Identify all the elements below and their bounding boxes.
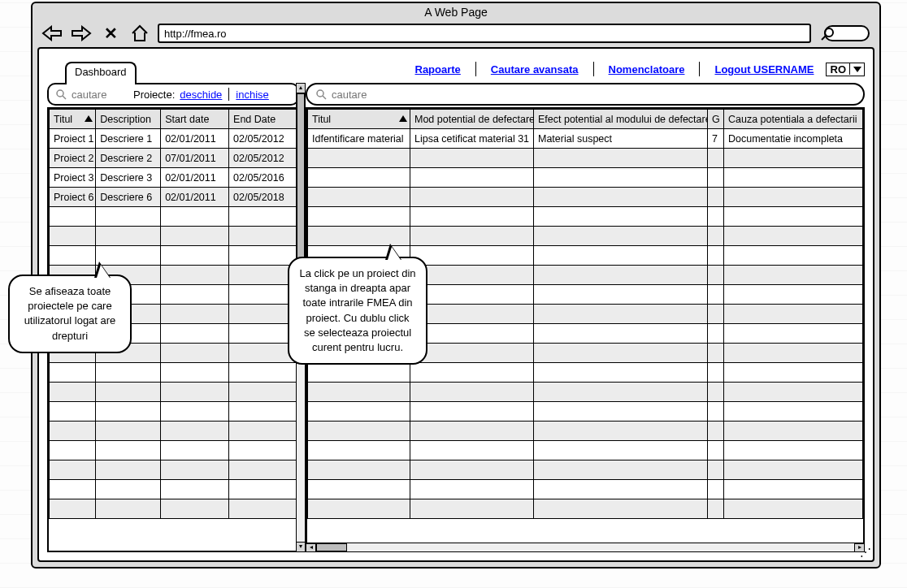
table-row[interactable] — [308, 422, 863, 441]
table-cell — [534, 441, 708, 460]
col-mode[interactable]: Mod potential de defectare — [410, 110, 534, 129]
back-button[interactable] — [41, 24, 63, 43]
table-cell — [534, 402, 708, 422]
annotation-bubble-mid: La click pe un proiect din stanga in dre… — [288, 257, 427, 365]
table-cell — [96, 441, 161, 460]
table-cell — [410, 460, 534, 480]
forward-button[interactable] — [70, 24, 93, 43]
nav-cautare-avansata[interactable]: Cautare avansata — [486, 63, 584, 76]
resize-handle[interactable]: ⋰ — [860, 546, 871, 559]
table-cell — [708, 441, 724, 460]
table-cell — [50, 460, 96, 480]
table-row[interactable] — [50, 441, 297, 460]
table-cell — [534, 460, 708, 480]
table-cell — [708, 324, 724, 344]
table-cell — [50, 383, 96, 402]
table-row[interactable] — [308, 480, 863, 499]
table-cell — [410, 344, 534, 363]
col-end[interactable]: End Date — [229, 110, 297, 129]
scroll-down-button[interactable]: ▾ — [297, 542, 305, 551]
table-cell — [724, 246, 863, 266]
table-cell: Lipsa cetificat material 31 — [410, 129, 534, 149]
col-title[interactable]: Titul — [50, 110, 96, 129]
table-cell — [534, 305, 708, 324]
table-row[interactable] — [308, 383, 863, 402]
table-cell — [724, 363, 863, 383]
table-cell — [410, 266, 534, 285]
projects-search-input[interactable] — [72, 89, 128, 101]
table-cell — [410, 499, 534, 519]
tab-dashboard[interactable]: Dashboard — [65, 62, 137, 83]
table-row[interactable] — [50, 480, 297, 499]
table-row[interactable]: Proiect 1Descriere 102/01/201102/05/2012 — [50, 129, 297, 149]
lang-value: RO — [831, 63, 847, 76]
table-cell — [229, 324, 297, 344]
nav-rapoarte[interactable]: Rapoarte — [410, 63, 466, 76]
stop-button[interactable]: ✕ — [99, 24, 122, 43]
table-cell — [708, 207, 724, 227]
table-cell — [50, 207, 96, 227]
table-row[interactable] — [308, 499, 863, 519]
table-cell — [50, 363, 96, 383]
scroll-up-button[interactable]: ▴ — [297, 84, 305, 93]
table-cell: 02/05/2018 — [229, 188, 297, 207]
svg-point-4 — [317, 90, 323, 97]
browser-search[interactable] — [824, 25, 870, 41]
table-row[interactable] — [308, 168, 863, 188]
col-title[interactable]: Titul — [308, 110, 410, 129]
table-row[interactable] — [308, 227, 863, 246]
table-row[interactable] — [308, 363, 863, 383]
table-row[interactable] — [308, 460, 863, 480]
table-row[interactable] — [50, 402, 297, 422]
table-row[interactable] — [50, 460, 297, 480]
table-cell — [50, 246, 96, 266]
table-row[interactable] — [50, 227, 297, 246]
lang-dropdown[interactable]: RO — [826, 63, 866, 76]
table-row[interactable]: Proiect 2Descriere 207/01/201102/05/2012 — [50, 149, 297, 168]
table-cell — [410, 285, 534, 305]
table-cell — [96, 480, 161, 499]
col-start[interactable]: Start date — [161, 110, 229, 129]
svg-point-2 — [57, 90, 63, 97]
table-row[interactable] — [308, 188, 863, 207]
col-desc[interactable]: Description — [96, 110, 161, 129]
nav-logout[interactable]: Logout USERNAME — [710, 63, 818, 76]
col-cauza[interactable]: Cauza potentiala a defectarii — [724, 110, 863, 129]
table-cell — [229, 207, 297, 227]
table-cell — [229, 363, 297, 383]
table-row[interactable] — [308, 441, 863, 460]
table-row[interactable] — [50, 363, 297, 383]
col-efect[interactable]: Efect potential al modului de defectare — [534, 110, 708, 129]
filter-open-link[interactable]: deschide — [180, 89, 222, 101]
table-row[interactable] — [308, 149, 863, 168]
url-input[interactable] — [158, 24, 811, 43]
table-row[interactable] — [50, 207, 297, 227]
table-row[interactable] — [308, 207, 863, 227]
table-row[interactable] — [50, 383, 297, 402]
table-cell — [96, 422, 161, 441]
table-row[interactable] — [50, 422, 297, 441]
home-button[interactable] — [128, 24, 151, 43]
scroll-thumb[interactable] — [316, 543, 347, 551]
table-row[interactable] — [308, 402, 863, 422]
fmea-search-input[interactable] — [332, 89, 855, 101]
col-label: Mod potential de defectare — [414, 114, 534, 125]
horizontal-scrollbar[interactable]: ◂ ▸ — [306, 543, 865, 552]
table-cell — [308, 168, 410, 188]
table-cell — [724, 168, 863, 188]
table-row[interactable]: Proiect 3Descriere 302/01/201102/05/2016 — [50, 168, 297, 188]
table-row[interactable]: Idfentificare materialLipsa cetificat ma… — [308, 129, 863, 149]
table-row[interactable] — [50, 499, 297, 519]
filter-closed-link[interactable]: inchise — [236, 89, 268, 101]
table-row[interactable]: Proiect 6Descriere 602/01/201102/05/2018 — [50, 188, 297, 207]
svg-point-0 — [825, 28, 833, 37]
table-row[interactable] — [50, 246, 297, 266]
scroll-left-button[interactable]: ◂ — [306, 543, 316, 551]
nav-nomenclatoare[interactable]: Nomenclatoare — [604, 63, 690, 76]
table-cell — [308, 383, 410, 402]
table-cell — [161, 383, 229, 402]
col-label: Description — [100, 114, 151, 125]
col-g[interactable]: G — [708, 110, 724, 129]
scroll-track[interactable] — [316, 543, 854, 551]
table-cell: Proiect 6 — [50, 188, 96, 207]
